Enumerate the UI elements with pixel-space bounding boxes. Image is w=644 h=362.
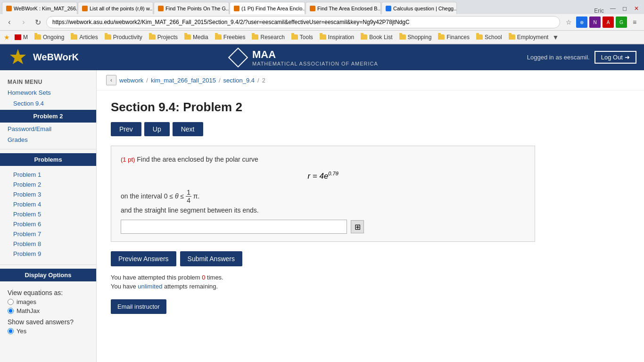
- attempt-line-2: You have unlimited attempts remaining.: [111, 283, 630, 290]
- logout-button[interactable]: Log Out ➜: [594, 51, 636, 64]
- bookmark-finances[interactable]: Finances: [435, 33, 472, 41]
- bookmark-gmail-label: M: [23, 34, 28, 41]
- tab-find-points[interactable]: Find The Points On The G... ×: [154, 2, 229, 14]
- bookmark-research-label: Research: [260, 34, 284, 41]
- tab-label-find-points: Find The Points On The G...: [165, 6, 229, 11]
- sidebar-problem-5[interactable]: Problem 5: [0, 209, 96, 219]
- sidebar-problem-1[interactable]: Problem 1: [0, 170, 96, 180]
- answer-input[interactable]: [121, 220, 347, 234]
- sidebar-problem-9[interactable]: Problem 9: [0, 249, 96, 259]
- bookmark-tools[interactable]: Tools: [289, 33, 316, 41]
- bookmark-productivity[interactable]: Productivity: [102, 33, 145, 41]
- sidebar-problem-8[interactable]: Problem 8: [0, 239, 96, 249]
- breadcrumb-back-button[interactable]: ‹: [106, 75, 116, 85]
- bookmark-shopping[interactable]: Shopping: [396, 33, 435, 41]
- forward-btn[interactable]: ›: [18, 16, 29, 28]
- sidebar-problem-7[interactable]: Problem 7: [0, 229, 96, 239]
- back-arrow-icon: ‹: [110, 77, 112, 83]
- bookmark-projects[interactable]: Projects: [146, 33, 181, 41]
- bookmark-media-label: Media: [193, 34, 208, 41]
- sidebar-problem-3[interactable]: Problem 3: [0, 189, 96, 199]
- sidebar-section-9-4[interactable]: Section 9.4: [0, 98, 96, 109]
- sidebar-grades[interactable]: Grades: [0, 134, 96, 145]
- submit-answers-button[interactable]: Submit Answers: [180, 251, 242, 266]
- menu-btn[interactable]: ≡: [629, 16, 640, 28]
- tab-chegg[interactable]: Calculus question | Chegg... ×: [381, 2, 457, 14]
- radio-mathjax[interactable]: [8, 308, 14, 314]
- sidebar-problem-6[interactable]: Problem 6: [0, 219, 96, 229]
- nav-buttons: Prev Up Next: [111, 122, 630, 136]
- preview-answers-button[interactable]: Preview Answers: [111, 251, 176, 266]
- folder-icon-inspiration: [320, 34, 326, 40]
- bookmark-booklist[interactable]: Book List: [358, 33, 395, 41]
- bookmark-research[interactable]: Research: [249, 33, 287, 41]
- sidebar-homework-sets[interactable]: Homework Sets: [0, 87, 96, 98]
- up-button[interactable]: Up: [144, 122, 170, 136]
- radio-images-row: images: [8, 298, 89, 305]
- svg-rect-1: [229, 48, 248, 67]
- minimize-btn[interactable]: —: [607, 3, 619, 14]
- back-btn[interactable]: ‹: [4, 16, 15, 28]
- tab-webwork[interactable]: WeBWorK : Kim_MAT_266... ×: [2, 2, 77, 14]
- maximize-btn[interactable]: ◻: [619, 3, 630, 14]
- answer-row: ⊞: [121, 220, 525, 234]
- main-layout: MAIN MENU Homework Sets Section 9.4 Prob…: [0, 70, 644, 362]
- sidebar-problem-2-active[interactable]: Problem 2: [0, 110, 96, 123]
- bookmark-articles[interactable]: Articles: [68, 33, 100, 41]
- sidebar-problem-4[interactable]: Problem 4: [0, 199, 96, 209]
- radio-yes[interactable]: [8, 328, 14, 334]
- extension-btn-3[interactable]: A: [603, 16, 614, 28]
- content-area: ‹ webwork / kim_mat_266_fall_2015 / sect…: [97, 70, 644, 362]
- bookmark-school-label: School: [485, 34, 502, 41]
- tab-label-list: List all of the points (r,θ) w...: [90, 6, 153, 11]
- bookmark-star-btn[interactable]: ☆: [563, 16, 574, 28]
- folder-icon-booklist: [361, 34, 367, 40]
- extension-btn-4[interactable]: G: [616, 16, 627, 28]
- breadcrumb-section[interactable]: section_9.4: [223, 77, 255, 84]
- bookmark-school[interactable]: School: [473, 33, 505, 41]
- sidebar-password-email[interactable]: Password/Email: [0, 123, 96, 134]
- tab-list[interactable]: List all of the points (r,θ) w... ×: [78, 2, 153, 14]
- tab-favicon-list: [82, 6, 88, 11]
- address-input[interactable]: [46, 16, 560, 28]
- extension-btn-1[interactable]: ⊕: [576, 16, 587, 28]
- action-buttons: Preview Answers Submit Answers: [111, 251, 630, 266]
- maa-abbr: MAA: [252, 49, 378, 61]
- prev-button[interactable]: Prev: [111, 122, 141, 136]
- refresh-btn[interactable]: ↻: [32, 16, 43, 28]
- radio-images[interactable]: [8, 299, 14, 305]
- folder-icon-school: [476, 34, 483, 40]
- next-button[interactable]: Next: [173, 122, 203, 136]
- close-btn[interactable]: ✕: [631, 3, 642, 14]
- tab-area-b[interactable]: Find The Area Enclosed B... ×: [305, 2, 381, 14]
- breadcrumb-course[interactable]: kim_mat_266_fall_2015: [151, 77, 216, 84]
- problems-list: Problem 1 Problem 2 Problem 3 Problem 4 …: [0, 168, 96, 261]
- grid-button[interactable]: ⊞: [351, 220, 364, 233]
- tab-area-enclosed[interactable]: (1 Pt) Find The Area Enclo... ×: [230, 2, 305, 14]
- bookmark-shopping-label: Shopping: [408, 34, 432, 41]
- bookmark-gmail[interactable]: M: [12, 33, 31, 41]
- problem-content: Section 9.4: Problem 2 Prev Up Next (1 p…: [97, 90, 644, 323]
- bookmark-projects-label: Projects: [157, 34, 178, 41]
- extension-btn-2[interactable]: N: [589, 16, 601, 28]
- address-bar-row: ‹ › ↻ ☆ ⊕ N A G ≡: [0, 14, 644, 31]
- bookmark-employment[interactable]: Employment: [506, 33, 552, 41]
- bookmark-freebies[interactable]: Freebies: [212, 33, 248, 41]
- bookmark-ongoing[interactable]: Ongoing: [32, 33, 67, 41]
- display-options-content: View equations as: images MathJax Show s…: [0, 283, 96, 340]
- webwork-star-icon: [8, 48, 27, 67]
- attempt-line-1: You have attempted this problem 0 times.: [111, 274, 630, 281]
- header-right: Logged in as eescamil. Log Out ➜: [527, 51, 636, 64]
- bookmark-inspiration[interactable]: Inspiration: [317, 33, 357, 41]
- bookmark-media[interactable]: Media: [182, 33, 211, 41]
- breadcrumb-problem-num: 2: [262, 77, 265, 84]
- email-instructor-button[interactable]: Email instructor: [111, 299, 166, 314]
- bookmark-arrow-icon[interactable]: ▼: [552, 33, 559, 41]
- attempts-remaining: unlimited: [138, 283, 162, 290]
- folder-icon-productivity: [105, 34, 111, 40]
- folder-icon-shopping: [399, 34, 406, 40]
- tab-favicon-area-b: [310, 6, 315, 11]
- breadcrumb-webwork[interactable]: webwork: [119, 77, 143, 84]
- gmail-icon: [15, 34, 21, 40]
- sidebar-problem-2[interactable]: Problem 2: [0, 180, 96, 189]
